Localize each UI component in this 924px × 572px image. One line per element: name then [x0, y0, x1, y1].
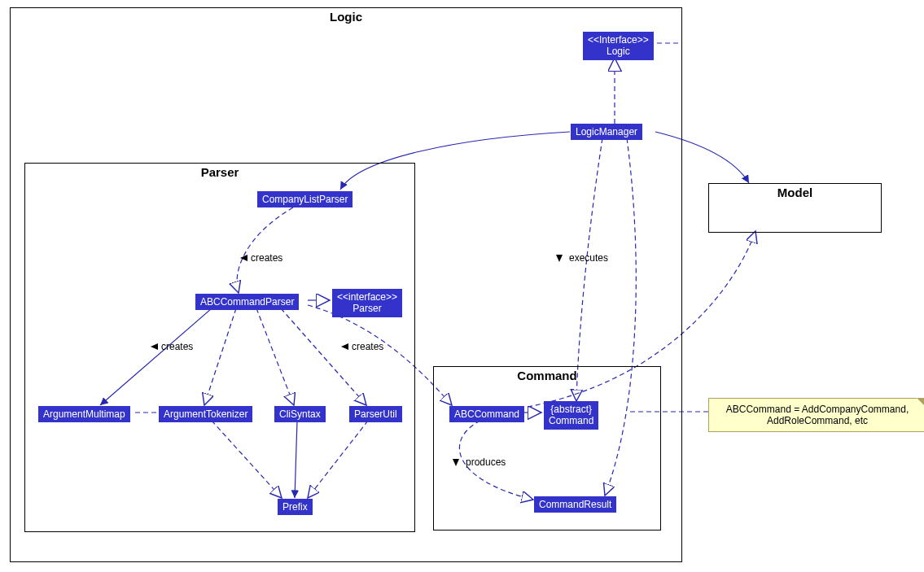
- class-logic-manager-label: LogicManager: [576, 126, 637, 138]
- class-abstract-command: {abstract} Command: [544, 401, 598, 430]
- class-company-list-parser: CompanyListParser: [257, 191, 353, 207]
- package-model-title: Model: [709, 186, 881, 199]
- label-creates-2: creates: [161, 341, 193, 352]
- diagram-canvas: Logic Parser Command Model <<Interface>>…: [0, 0, 924, 572]
- class-logic-manager: LogicManager: [571, 124, 642, 140]
- package-command-title: Command: [434, 369, 660, 382]
- class-command-result: CommandResult: [534, 496, 616, 513]
- class-cli-syntax: CliSyntax: [274, 406, 326, 422]
- note-fold-icon: [917, 398, 924, 408]
- class-prefix-label: Prefix: [282, 501, 308, 513]
- note-abccommand-text: ABCCommand = AddCompanyCommand, AddRoleC…: [726, 404, 909, 426]
- package-model: Model: [708, 183, 882, 233]
- class-cli-syntax-label: CliSyntax: [279, 408, 321, 420]
- class-interface-logic: <<Interface>> Logic: [583, 32, 654, 60]
- package-parser-title: Parser: [25, 165, 414, 179]
- class-company-list-parser-label: CompanyListParser: [262, 194, 348, 205]
- package-logic-title: Logic: [11, 10, 681, 24]
- class-abc-command-label: ABCCommand: [454, 408, 519, 420]
- class-interface-parser: <<interface>> Parser: [332, 289, 402, 317]
- class-abc-command: ABCCommand: [449, 406, 524, 422]
- label-executes: executes: [569, 252, 608, 264]
- note-abccommand: ABCCommand = AddCompanyCommand, AddRoleC…: [708, 398, 924, 432]
- class-argument-tokenizer: ArgumentTokenizer: [159, 406, 252, 422]
- class-abstract-command-label: {abstract} Command: [549, 404, 593, 426]
- label-produces: produces: [466, 456, 506, 468]
- class-interface-logic-label: <<Interface>> Logic: [588, 34, 649, 57]
- class-command-result-label: CommandResult: [539, 499, 611, 510]
- class-parser-util-label: ParserUtil: [354, 408, 397, 420]
- label-creates-1: creates: [251, 252, 282, 264]
- label-creates-3: creates: [352, 341, 383, 352]
- class-interface-parser-label: <<interface>> Parser: [337, 291, 397, 314]
- class-abc-command-parser: ABCCommandParser: [195, 294, 299, 310]
- class-prefix: Prefix: [278, 499, 313, 515]
- class-argument-tokenizer-label: ArgumentTokenizer: [164, 408, 247, 420]
- class-argument-multimap-label: ArgumentMultimap: [43, 408, 125, 420]
- class-parser-util: ParserUtil: [349, 406, 402, 422]
- class-argument-multimap: ArgumentMultimap: [38, 406, 130, 422]
- class-abc-command-parser-label: ABCCommandParser: [200, 296, 294, 308]
